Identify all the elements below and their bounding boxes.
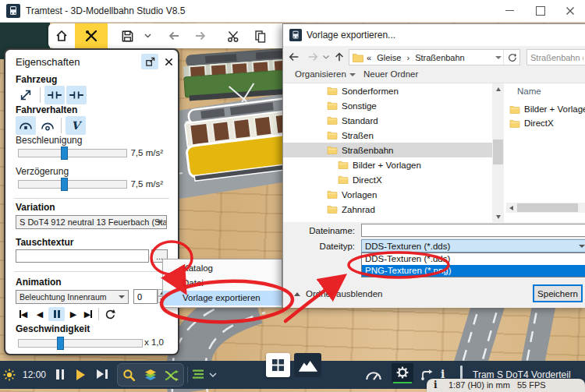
undo-button[interactable]: [161, 23, 187, 48]
layer-list-button[interactable]: [193, 369, 204, 380]
maximize-button[interactable]: [529, 0, 552, 21]
view-grid-button[interactable]: [266, 353, 290, 377]
tauschtextur-input[interactable]: [16, 249, 149, 263]
variation-select[interactable]: S DoT4 912 neutral 13 Feuerbach (Standar: [16, 215, 167, 229]
list-scrollbar[interactable]: [506, 203, 585, 213]
scrollbar-thumb[interactable]: [493, 139, 503, 164]
save-dropdown-button[interactable]: [140, 23, 154, 48]
search-input[interactable]: [526, 49, 585, 65]
tree-item[interactable]: DirectX: [283, 172, 492, 187]
layers-icon: [144, 369, 157, 381]
filename-input[interactable]: [361, 224, 585, 237]
hide-folders-button[interactable]: Ordner ausblenden: [294, 289, 382, 298]
nav-back-button[interactable]: [286, 49, 302, 65]
scroll-left-button[interactable]: [506, 203, 516, 213]
daylight-button[interactable]: [3, 369, 16, 381]
tree-item[interactable]: Bilder + Vorlagen: [283, 157, 492, 172]
overhead-wire-alt-button[interactable]: [37, 116, 58, 135]
pause-icon: [56, 369, 64, 380]
step-back-button[interactable]: ◀: [34, 307, 46, 321]
tree-item[interactable]: Vorlagen: [283, 187, 492, 202]
overhead-wire-button[interactable]: [16, 116, 36, 135]
file-list-item[interactable]: Bilder + Vorlagen: [506, 102, 585, 116]
tree-item[interactable]: Sonderformen: [283, 83, 492, 98]
nav-up-button[interactable]: [332, 49, 347, 65]
context-menu-item[interactable]: Katalog: [163, 261, 282, 276]
nav-forward-button[interactable]: [305, 49, 321, 65]
slider-thumb[interactable]: [61, 147, 68, 160]
terrain-button[interactable]: [294, 353, 321, 377]
context-menu-item[interactable]: Vorlage exportieren: [163, 291, 282, 305]
close-button[interactable]: [558, 0, 582, 21]
skip-end-button[interactable]: ▶: [81, 307, 95, 321]
undock-panel-button[interactable]: [141, 54, 158, 69]
animation-select[interactable]: Beleuchtung Innenraum: [16, 290, 129, 304]
new-folder-button[interactable]: Neuer Ordner: [363, 69, 418, 79]
tree-scrollbar[interactable]: [492, 83, 504, 222]
scrollbar-thumb[interactable]: [517, 203, 578, 212]
minimize-button[interactable]: [498, 0, 521, 21]
resize-vehicle-button[interactable]: [16, 86, 36, 104]
tree-item-label: Straßen: [342, 131, 374, 140]
folder-icon: [327, 87, 338, 95]
cut-button[interactable]: [220, 23, 246, 48]
divider: [40, 87, 41, 103]
shuffle-button[interactable]: [165, 370, 179, 381]
chevron-down-icon[interactable]: [495, 56, 502, 59]
slider-thumb[interactable]: [61, 178, 68, 191]
settings-button[interactable]: [392, 363, 413, 382]
acceleration-value: 7,5 m/s²: [129, 148, 163, 157]
layers-button[interactable]: [144, 369, 157, 381]
layer-list-dropdown[interactable]: [209, 373, 217, 377]
chevron-down-icon: [119, 295, 125, 298]
filetype-combobox[interactable]: DDS-Texturen (*.dds): [361, 239, 585, 253]
copy-button[interactable]: [246, 23, 273, 48]
coupler-icon: [46, 89, 63, 101]
scroll-down-button[interactable]: [492, 211, 504, 222]
context-menu-item[interactable]: Datei: [163, 276, 282, 291]
panel-close-button[interactable]: [161, 54, 176, 69]
tree-item[interactable]: Standard: [283, 113, 492, 128]
verzoegerung-label: Verzögerung: [16, 166, 69, 177]
tree-item[interactable]: Sonstige: [283, 98, 492, 113]
pause-button[interactable]: [48, 307, 65, 321]
zoom-tool-button[interactable]: [122, 369, 136, 382]
organize-button[interactable]: Organisieren: [295, 69, 356, 79]
scroll-up-button[interactable]: [492, 83, 504, 94]
sim-skip-button[interactable]: [97, 369, 108, 379]
save-button[interactable]: [114, 23, 140, 48]
speed-profile-button[interactable]: V: [66, 116, 86, 135]
acceleration-slider[interactable]: [18, 149, 127, 157]
tree-item[interactable]: Straßen: [283, 128, 492, 143]
sim-play-button[interactable]: [76, 369, 85, 380]
divider: [61, 118, 62, 133]
main-titlebar: Tramtest - 3D-Modellbahn Studio V8.5: [0, 0, 585, 23]
sim-pause-button[interactable]: [56, 369, 64, 380]
save-button[interactable]: Speichern: [533, 284, 583, 302]
tree-item[interactable]: Straßenbahn: [283, 143, 492, 157]
play-button[interactable]: ▶: [67, 307, 80, 321]
column-header-name[interactable]: Name: [517, 87, 541, 96]
loop-button[interactable]: [103, 307, 117, 321]
close-icon: [165, 58, 173, 66]
filetype-option[interactable]: DDS-Texturen (*.dds): [362, 253, 585, 265]
animation-frame-spinner[interactable]: 0: [133, 289, 158, 304]
coupling-rear-button[interactable]: [66, 86, 87, 104]
home-button[interactable]: [48, 23, 75, 48]
tree-item[interactable]: Zahnrad: [283, 202, 492, 217]
deceleration-slider[interactable]: [18, 180, 127, 189]
coupling-front-button[interactable]: [44, 86, 65, 104]
play-icon: [76, 369, 85, 380]
speed-slider[interactable]: [18, 339, 143, 348]
speed-monitor-button[interactable]: [365, 369, 382, 381]
tools-button[interactable]: [75, 23, 108, 48]
slider-thumb[interactable]: [57, 337, 64, 350]
breadcrumb[interactable]: « Gleise › Straßenbahn: [367, 53, 495, 62]
nav-history-button[interactable]: [321, 49, 332, 65]
redo-button[interactable]: [187, 23, 214, 48]
refresh-button[interactable]: [503, 50, 519, 65]
skip-start-button[interactable]: ◀: [16, 307, 30, 321]
address-bar[interactable]: « Gleise › Straßenbahn: [349, 49, 520, 65]
filetype-option[interactable]: PNG-Texturen (*.png): [362, 265, 585, 277]
file-list-item[interactable]: DirectX: [506, 116, 585, 130]
